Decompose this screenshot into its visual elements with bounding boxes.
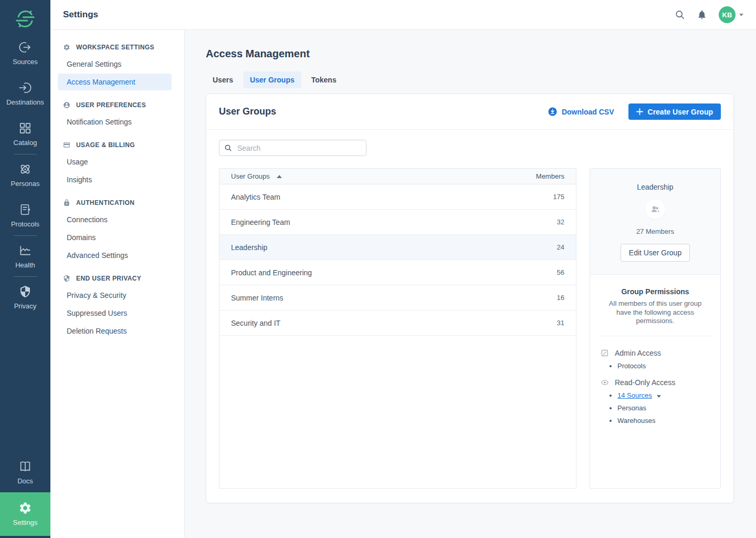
sidebar-item-destinations[interactable]: Destinations xyxy=(0,80,50,106)
avatar[interactable]: KB xyxy=(719,6,736,23)
section-heading: Access Management xyxy=(206,48,734,60)
page-title: Settings xyxy=(63,9,98,20)
sidebar-item-advanced-settings[interactable]: Advanced Settings xyxy=(58,247,172,264)
table-row[interactable]: Summer Interns 16 xyxy=(219,285,576,311)
section-header: USAGE & BILLING xyxy=(58,141,172,149)
search-input[interactable] xyxy=(236,143,361,153)
tab-tokens[interactable]: Tokens xyxy=(304,71,343,88)
sidebar-item-label: Docs xyxy=(17,477,33,485)
group-name: Analytics Team xyxy=(231,193,280,201)
group-name: Engineering Team xyxy=(231,218,290,226)
download-icon xyxy=(548,107,557,116)
permission-group-label: Admin Access xyxy=(615,349,661,357)
gear-icon xyxy=(63,44,70,51)
create-user-group-label: Create User Group xyxy=(648,108,713,116)
permission-group-read-only-access: Read-Only Access xyxy=(601,378,710,387)
table-row[interactable]: Analytics Team 175 xyxy=(219,184,576,210)
privacy-shield-icon xyxy=(19,284,32,298)
sidebar-item-label: Protocols xyxy=(11,220,39,228)
sidebar-item-health[interactable]: Health xyxy=(0,243,50,269)
sidebar-item-sources[interactable]: Sources xyxy=(0,40,50,66)
sources-link[interactable]: 14 Sources xyxy=(617,391,652,399)
sidebar-item-protocols[interactable]: Protocols xyxy=(0,202,50,228)
credit-card-icon xyxy=(63,141,70,149)
segment-logo[interactable] xyxy=(15,8,36,32)
sidebar-item-insights[interactable]: Insights xyxy=(58,171,172,188)
card-title: User Groups xyxy=(219,106,276,117)
bell-icon[interactable] xyxy=(697,9,707,20)
table-row[interactable]: Security and IT 31 xyxy=(219,311,576,336)
search-icon[interactable] xyxy=(675,9,685,20)
group-members: 31 xyxy=(557,319,564,327)
personas-icon xyxy=(18,162,32,176)
edit-user-group-button[interactable]: Edit User Group xyxy=(621,244,690,262)
permission-group-label: Read-Only Access xyxy=(615,378,675,387)
app-sidebar: Sources Destinations Catalog xyxy=(0,0,50,538)
sidebar-item-privacy-security[interactable]: Privacy & Security xyxy=(58,287,172,304)
group-members: 24 xyxy=(557,243,564,251)
sidebar-item-access-management[interactable]: Access Management xyxy=(58,74,172,90)
plus-icon xyxy=(636,108,643,115)
group-name: Product and Engineering xyxy=(231,268,312,277)
card-header-actions: Download CSV Create User Group xyxy=(548,104,721,120)
sidebar-item-privacy[interactable]: Privacy xyxy=(0,284,50,310)
group-detail-panel: Leadership 27 Members xyxy=(590,168,721,489)
group-avatar xyxy=(645,199,665,219)
sidebar-item-label: Catalog xyxy=(14,139,37,147)
sidebar-item-deletion-requests[interactable]: Deletion Requests xyxy=(58,323,172,339)
search-icon xyxy=(224,144,232,152)
sidebar-item-notification-settings[interactable]: Notification Settings xyxy=(58,113,172,130)
permission-item: Personas xyxy=(617,404,710,412)
nav-section-user-preferences: USER PREFERENCES Notification Settings xyxy=(58,101,172,130)
group-members: 16 xyxy=(557,294,564,302)
sort-ascending-icon xyxy=(277,175,282,178)
group-name: Summer Interns xyxy=(231,294,284,302)
table-row-selected[interactable]: Leadership 24 xyxy=(219,235,576,260)
sidebar-item-docs[interactable]: Docs xyxy=(0,459,50,485)
download-csv-button[interactable]: Download CSV xyxy=(548,107,614,116)
divider xyxy=(14,276,37,277)
table-row[interactable]: Engineering Team 32 xyxy=(219,210,576,235)
group-members: 56 xyxy=(557,268,564,276)
create-user-group-button[interactable]: Create User Group xyxy=(628,104,721,120)
sidebar-item-connections[interactable]: Connections xyxy=(58,211,172,228)
table-header-row: User Groups Members xyxy=(219,169,576,184)
content-row: WORKSPACE SETTINGS General Settings Acce… xyxy=(50,30,756,538)
lock-icon xyxy=(63,199,70,206)
sidebar-item-label: Privacy xyxy=(14,302,37,310)
chevron-down-icon[interactable] xyxy=(657,395,661,398)
section-title: WORKSPACE SETTINGS xyxy=(76,44,154,51)
search-box[interactable] xyxy=(219,140,366,156)
permissions-description: All members of this user group have the … xyxy=(603,299,708,326)
table-row[interactable]: Product and Engineering 56 xyxy=(219,260,576,285)
nav-section-workspace-settings: WORKSPACE SETTINGS General Settings Acce… xyxy=(58,44,172,90)
sidebar-item-suppressed-users[interactable]: Suppressed Users xyxy=(58,305,172,322)
sidebar-item-label: Sources xyxy=(13,58,38,66)
sidebar-item-label: Personas xyxy=(11,180,40,188)
section-header: END USER PRIVACY xyxy=(58,275,172,282)
sidebar-item-catalog[interactable]: Catalog xyxy=(0,121,50,147)
user-menu[interactable]: KB xyxy=(719,6,743,23)
tab-users[interactable]: Users xyxy=(206,71,240,88)
header-actions: KB xyxy=(675,6,743,23)
section-header: WORKSPACE SETTINGS xyxy=(58,44,172,51)
sidebar-item-usage[interactable]: Usage xyxy=(58,153,172,170)
panel-permissions: Group Permissions All members of this us… xyxy=(590,275,720,488)
divider xyxy=(14,235,37,236)
sidebar-item-general-settings[interactable]: General Settings xyxy=(58,56,172,73)
eye-icon xyxy=(601,378,609,387)
main-column: Settings KB xyxy=(50,0,756,538)
catalog-icon xyxy=(18,121,32,135)
card-header: User Groups Download CSV xyxy=(206,94,733,130)
section-title: USAGE & BILLING xyxy=(76,141,135,149)
read-only-access-list: 14 Sources Personas Warehouses xyxy=(601,391,710,425)
sidebar-item-settings[interactable]: Settings xyxy=(0,492,50,536)
tab-user-groups[interactable]: User Groups xyxy=(243,71,301,88)
sidebar-item-personas[interactable]: Personas xyxy=(0,162,50,188)
sidebar-item-domains[interactable]: Domains xyxy=(58,229,172,246)
column-header-user-groups[interactable]: User Groups xyxy=(231,172,282,180)
protocols-icon xyxy=(18,202,32,216)
chevron-down-icon xyxy=(739,14,743,16)
divider xyxy=(601,336,710,336)
people-group-icon xyxy=(650,204,660,214)
